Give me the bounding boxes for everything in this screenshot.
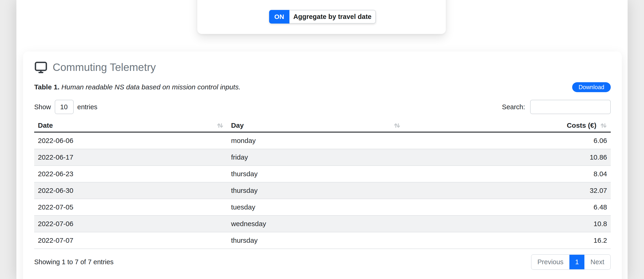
table-footer: Showing 1 to 7 of 7 entries Previous 1 N… bbox=[34, 254, 611, 270]
table-body: 2022-06-06 monday 6.06 2022-06-17 friday… bbox=[34, 132, 611, 249]
sort-icon[interactable] bbox=[600, 123, 607, 128]
column-header-day[interactable]: Day bbox=[227, 119, 404, 132]
table-row: 2022-07-05 tuesday 6.48 bbox=[34, 199, 611, 216]
cell-cost: 32.07 bbox=[404, 182, 611, 199]
cell-day: friday bbox=[227, 149, 404, 166]
table-caption: Table 1. Human readable NS data based on… bbox=[34, 83, 240, 91]
cell-cost: 16.2 bbox=[404, 232, 611, 249]
toggle-on-state[interactable]: ON bbox=[269, 10, 290, 24]
pagination-current-page[interactable]: 1 bbox=[570, 255, 584, 269]
display-icon bbox=[34, 60, 48, 74]
sort-icon[interactable] bbox=[394, 123, 400, 128]
cell-cost: 10.86 bbox=[404, 149, 611, 166]
search-control: Search: bbox=[502, 100, 611, 114]
table-row: 2022-06-17 friday 10.86 bbox=[34, 149, 611, 166]
cell-date: 2022-06-06 bbox=[34, 132, 227, 149]
sort-icon[interactable] bbox=[217, 123, 224, 128]
column-label: Costs (€) bbox=[567, 122, 596, 129]
aggregate-toggle-card: ON Aggregate by travel date bbox=[197, 0, 446, 34]
table-row: 2022-06-06 monday 6.06 bbox=[34, 132, 611, 149]
page-title: Commuting Telemetry bbox=[53, 60, 156, 74]
column-label: Date bbox=[38, 122, 53, 129]
cell-date: 2022-07-06 bbox=[34, 216, 227, 232]
column-header-costs[interactable]: Costs (€) bbox=[404, 119, 611, 132]
pagination: Previous 1 Next bbox=[531, 254, 611, 270]
cell-day: thursday bbox=[227, 166, 404, 182]
entries-label: entries bbox=[78, 103, 98, 111]
entries-select[interactable]: 10 bbox=[55, 100, 74, 114]
commuting-telemetry-panel: Commuting Telemetry Table 1. Human reada… bbox=[23, 52, 622, 279]
caption-prefix: Table 1. bbox=[34, 83, 59, 91]
table-row: 2022-07-07 thursday 16.2 bbox=[34, 232, 611, 249]
cell-day: wednesday bbox=[227, 216, 404, 232]
table-controls: Show 10 entries Search: bbox=[34, 100, 611, 114]
toggle-label[interactable]: Aggregate by travel date bbox=[290, 10, 376, 24]
table-header-row: Date Day bbox=[34, 119, 611, 132]
cell-date: 2022-07-05 bbox=[34, 199, 227, 216]
search-input[interactable] bbox=[530, 100, 611, 114]
pagination-next[interactable]: Next bbox=[584, 255, 610, 269]
telemetry-table: Date Day bbox=[34, 119, 611, 249]
cell-date: 2022-06-17 bbox=[34, 149, 227, 166]
table-row: 2022-06-23 thursday 8.04 bbox=[34, 166, 611, 182]
entries-info: Showing 1 to 7 of 7 entries bbox=[34, 258, 114, 266]
column-label: Day bbox=[231, 122, 244, 129]
cell-date: 2022-07-07 bbox=[34, 232, 227, 249]
cell-day: monday bbox=[227, 132, 404, 149]
search-label: Search: bbox=[502, 103, 525, 111]
cell-cost: 8.04 bbox=[404, 166, 611, 182]
column-header-date[interactable]: Date bbox=[34, 119, 227, 132]
cell-date: 2022-06-23 bbox=[34, 166, 227, 182]
table-row: 2022-07-06 wednesday 10.8 bbox=[34, 216, 611, 232]
cell-cost: 10.8 bbox=[404, 216, 611, 232]
cell-date: 2022-06-30 bbox=[34, 182, 227, 199]
cell-cost: 6.06 bbox=[404, 132, 611, 149]
download-button[interactable]: Download bbox=[572, 82, 611, 92]
caption-row: Table 1. Human readable NS data based on… bbox=[34, 82, 611, 92]
show-label: Show bbox=[34, 103, 51, 111]
panel-header: Commuting Telemetry bbox=[34, 60, 611, 74]
page-length-control: Show 10 entries bbox=[34, 100, 98, 114]
cell-cost: 6.48 bbox=[404, 199, 611, 216]
pagination-previous[interactable]: Previous bbox=[532, 255, 570, 269]
cell-day: tuesday bbox=[227, 199, 404, 216]
caption-text: Human readable NS data based on mission … bbox=[62, 83, 240, 91]
aggregate-toggle[interactable]: ON Aggregate by travel date bbox=[269, 10, 376, 24]
cell-day: thursday bbox=[227, 182, 404, 199]
cell-day: thursday bbox=[227, 232, 404, 249]
table-row: 2022-06-30 thursday 32.07 bbox=[34, 182, 611, 199]
